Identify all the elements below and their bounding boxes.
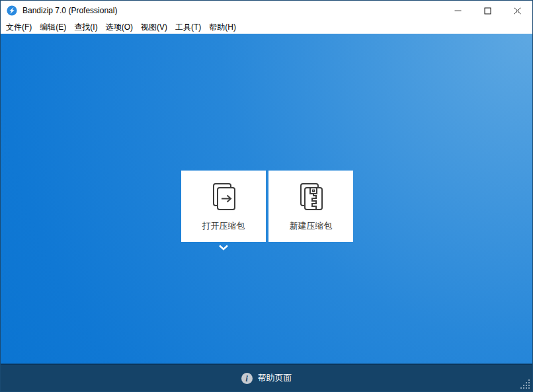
open-archive-icon	[206, 180, 241, 214]
action-cards: 打开压缩包 新建压缩包	[181, 171, 353, 242]
close-button[interactable]	[503, 1, 532, 20]
new-archive-icon	[294, 180, 328, 214]
status-bar: i 帮助页面	[1, 364, 532, 391]
menu-item-help[interactable]: 帮助(H)	[205, 20, 240, 34]
help-page-link[interactable]: i 帮助页面	[241, 372, 292, 384]
menu-item-options[interactable]: 选项(O)	[102, 20, 137, 34]
maximize-icon	[484, 7, 491, 15]
bandizip-logo-icon	[7, 5, 17, 16]
app-window: Bandizip 7.0 (Professional)	[0, 0, 533, 392]
resize-grip-icon[interactable]	[520, 379, 530, 389]
chevron-down-icon	[218, 241, 229, 253]
caption-buttons	[443, 1, 532, 20]
menu-item-view[interactable]: 视图(V)	[137, 20, 171, 34]
menu-item-edit[interactable]: 编辑(E)	[36, 20, 70, 34]
minimize-button[interactable]	[443, 1, 473, 20]
minimize-icon	[454, 7, 462, 15]
menu-item-file[interactable]: 文件(F)	[2, 20, 36, 34]
new-archive-card[interactable]: 新建压缩包	[268, 171, 353, 242]
menu-bar: 文件(F) 编辑(E) 查找(I) 选项(O) 视图(V) 工具(T) 帮助(H…	[1, 20, 532, 34]
open-archive-label: 打开压缩包	[202, 220, 245, 232]
expand-more-button[interactable]	[218, 243, 229, 251]
close-icon	[514, 7, 521, 15]
maximize-button[interactable]	[473, 1, 503, 20]
main-area: 打开压缩包 新建压缩包	[1, 34, 532, 365]
menu-item-find[interactable]: 查找(I)	[70, 20, 101, 34]
info-icon: i	[241, 373, 253, 384]
help-page-label: 帮助页面	[258, 372, 292, 384]
open-archive-card[interactable]: 打开压缩包	[181, 171, 266, 242]
menu-item-tools[interactable]: 工具(T)	[171, 20, 205, 34]
title-bar: Bandizip 7.0 (Professional)	[1, 1, 532, 20]
new-archive-label: 新建压缩包	[290, 220, 333, 232]
window-title: Bandizip 7.0 (Professional)	[22, 6, 117, 15]
